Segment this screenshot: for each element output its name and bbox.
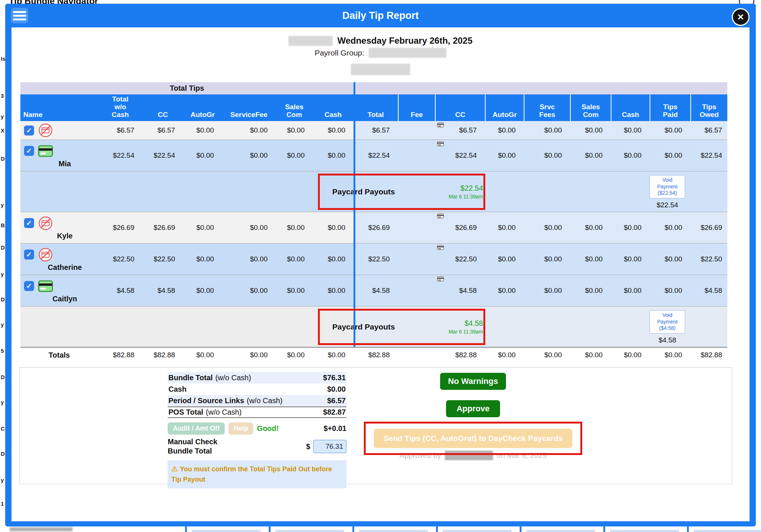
void-payment-button[interactable]: Void Payment ($4.58) xyxy=(650,310,685,334)
paycard-payouts-label: Paycard Payouts xyxy=(257,171,395,212)
cell-total: $6.57 xyxy=(353,121,398,140)
card-icon xyxy=(437,123,444,127)
paycard-blocked-icon[interactable] xyxy=(38,123,53,138)
column-header-cc-payout: CC xyxy=(435,94,485,121)
paycard-active-icon[interactable] xyxy=(38,278,53,294)
summary-label: Period / Source Links xyxy=(168,397,244,405)
background-text-fragment: D xyxy=(1,296,5,302)
cell-fee xyxy=(398,121,435,140)
cell-autogr-payout: $0.00 xyxy=(485,275,524,306)
cell-cc: $26.69 xyxy=(143,212,183,243)
cell-cc: $22.54 xyxy=(143,140,183,171)
background-text-fragment: D xyxy=(1,155,5,162)
paycard-blocked-icon[interactable] xyxy=(38,247,53,262)
cell-cash-payout: $0.00 xyxy=(611,244,650,275)
card-icon xyxy=(437,245,444,250)
cell-tips-paid: $0.00 xyxy=(650,212,690,243)
column-header-sales-com-payout: Sales Com xyxy=(570,94,611,121)
payroll-group-label: Payroll Group: xyxy=(315,48,364,57)
modal-content: Wednesday February 26th, 2025 Payroll Gr… xyxy=(11,27,750,521)
summary-row-cash: Cash $0.00 xyxy=(168,384,346,395)
cell-name: ✓Kyle xyxy=(20,212,98,243)
background-text-fragment: 3 xyxy=(1,93,4,99)
cell-fee xyxy=(398,212,435,243)
employee-row-catherine: ✓Catherine$22.50$22.50$0.00$0.00$0.00$0.… xyxy=(20,243,727,275)
row-checkbox[interactable]: ✓ xyxy=(24,250,34,260)
send-tips-button[interactable]: Send Tips (CC, AutoGrat) to DayCheck Pay… xyxy=(374,429,572,448)
cell-name: ✓Mia xyxy=(20,140,98,171)
cell-sales-com: $0.00 xyxy=(276,212,313,243)
confirm-warning: ⚠You must confirm the Total Tips Paid Ou… xyxy=(168,460,346,488)
approve-button[interactable]: Approve xyxy=(446,400,500,417)
background-text-fragment: y xyxy=(1,271,4,277)
cell-sales-com: $0.00 xyxy=(276,275,313,306)
employee-name: Mia xyxy=(35,160,94,168)
cell-name: ✓Caitlyn xyxy=(20,275,98,306)
background-left-fragments: Is3yXDyBDyDy5DyCDy1 xyxy=(0,0,5,532)
cell-name: ✓ xyxy=(20,121,98,140)
paycard-active-icon[interactable] xyxy=(38,143,53,159)
table-header-row: NameTotal w/o CashCCAutoGrServiceFeeSale… xyxy=(20,94,727,121)
cell-sales-com-payout: $0.00 xyxy=(570,121,611,140)
cell-srvc-fees: $0.00 xyxy=(524,121,570,140)
cell-tips-paid: $0.00 xyxy=(650,121,690,140)
card-icon xyxy=(437,141,444,146)
column-header-total: Total xyxy=(353,94,398,121)
cell-servicefee: $0.00 xyxy=(222,140,276,171)
column-header-cc: CC xyxy=(143,94,183,121)
cell-fee xyxy=(398,140,435,171)
void-payment-button[interactable]: Void Payment ($22.54) xyxy=(650,175,685,198)
cell-cash: $0.00 xyxy=(313,275,353,306)
cell-servicefee: $0.00 xyxy=(222,275,276,306)
cell-cash: $0.00 xyxy=(313,140,353,171)
row-checkbox[interactable]: ✓ xyxy=(24,146,34,156)
cell-cash-payout: $0.00 xyxy=(611,121,650,140)
background-text-fragment: X xyxy=(1,127,4,134)
summary-block: Bundle Total (w/o Cash) $76.31 Cash $0.0… xyxy=(168,372,346,488)
cell-srvc-fees: $0.00 xyxy=(524,244,570,275)
column-header-autogr: AutoGr xyxy=(183,94,222,121)
background-line xyxy=(687,526,689,532)
cell-tips-owed: $26.69 xyxy=(690,212,727,243)
no-warnings-button[interactable]: No Warnings xyxy=(440,373,506,390)
summary-value: $0.00 xyxy=(327,385,346,394)
cell-total: $26.69 xyxy=(353,212,398,243)
payout-amount: $4.58Mar 6 11:39am xyxy=(436,307,485,347)
manual-bundle-total-input[interactable] xyxy=(313,440,346,453)
redacted-text xyxy=(369,48,446,58)
audit-amt-off-button[interactable]: Audit / Amt Off xyxy=(168,422,225,435)
payout-amount: $22.54Mar 6 11:39am xyxy=(436,171,485,212)
cell-cc: $82.88 xyxy=(143,348,183,362)
cell-tips-owed: $4.58 xyxy=(690,275,727,306)
background-text-fragment: y xyxy=(1,399,4,405)
cell-autogr: $0.00 xyxy=(183,348,222,362)
cell-autogr: $0.00 xyxy=(183,121,222,140)
summary-label: Cash xyxy=(168,385,187,394)
cell-total: $82.88 xyxy=(353,348,398,362)
highlight-box: Send Tips (CC, AutoGrat) to DayCheck Pay… xyxy=(364,422,582,455)
background-text-fragment: 1 xyxy=(1,501,4,507)
column-header-srvc-fees: Srvc Fees xyxy=(524,94,570,121)
cell-tips-owed: $22.54 xyxy=(690,140,727,171)
row-checkbox[interactable]: ✓ xyxy=(24,281,34,291)
payout-paid-amount: $4.58 xyxy=(658,336,676,344)
menu-icon[interactable] xyxy=(11,8,28,23)
card-icon xyxy=(437,214,444,218)
paycard-blocked-icon[interactable] xyxy=(38,215,53,231)
employee-name: Kyle xyxy=(35,232,94,240)
cell-sales-com: $0.00 xyxy=(276,348,313,362)
row-checkbox[interactable]: ✓ xyxy=(24,126,34,135)
cell-srvc-fees: $0.00 xyxy=(524,275,570,306)
background-line xyxy=(352,526,354,532)
audit-row: Audit / Amt Off Help Good! $+0.01 xyxy=(168,421,346,436)
section-divider xyxy=(353,82,355,347)
summary-row-pos-total: POS Total (w/o Cash) $82.87 xyxy=(168,406,346,418)
background-text-fragment: y xyxy=(1,202,4,208)
column-header-servicefee: ServiceFee xyxy=(222,94,276,121)
report-headings: Wednesday February 26th, 2025 Payroll Gr… xyxy=(11,27,750,75)
row-checkbox[interactable]: ✓ xyxy=(24,218,34,228)
manual-check-label: Manual Check Bundle Total xyxy=(168,437,217,456)
cell-total: $4.58 xyxy=(353,275,398,306)
help-button[interactable]: Help xyxy=(228,422,253,435)
close-icon[interactable]: ✕ xyxy=(732,8,750,26)
